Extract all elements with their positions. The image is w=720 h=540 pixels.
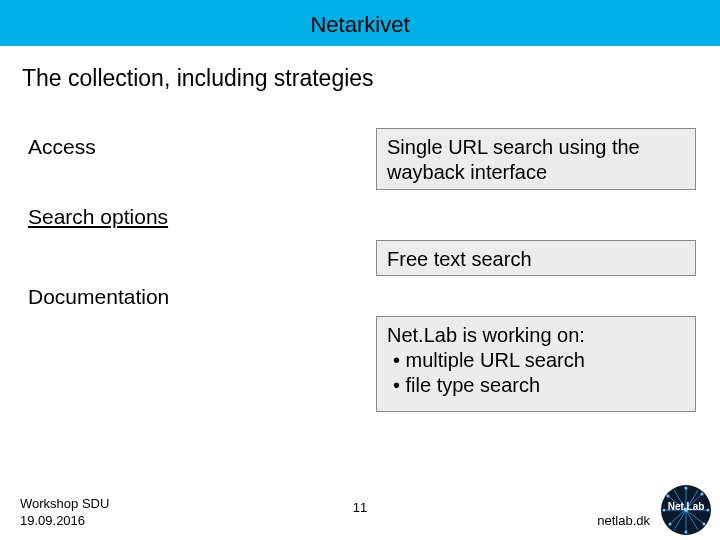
callout-single-url: Single URL search using the wayback inte… <box>376 128 696 190</box>
slide: Netarkivet The collection, including str… <box>0 0 720 540</box>
callout-netlab-working: Net.Lab is working on: • multiple URL se… <box>376 316 696 412</box>
svg-point-8 <box>703 523 706 526</box>
bullet-multiple-url: • multiple URL search <box>387 348 687 373</box>
logo-label: Net.Lab <box>660 501 712 512</box>
page-number: 11 <box>353 500 367 515</box>
callout-intro: Net.Lab is working on: <box>387 323 687 348</box>
footer-line1: Workshop SDU <box>20 496 109 513</box>
svg-point-7 <box>667 495 670 498</box>
title-bar: Netarkivet <box>0 0 720 46</box>
topic-search-options: Search options <box>28 205 168 229</box>
slide-heading: The collection, including strategies <box>22 65 374 92</box>
slide-title: Netarkivet <box>0 12 720 38</box>
topic-documentation: Documentation <box>28 285 169 309</box>
topic-access: Access <box>28 135 96 159</box>
footer: Workshop SDU 19.09.2016 11 netlab.dk <box>0 482 720 540</box>
bullet-file-type: • file type search <box>387 373 687 398</box>
netlab-logo: Net.Lab <box>660 484 712 536</box>
footer-workshop: Workshop SDU 19.09.2016 <box>20 496 109 530</box>
footer-url: netlab.dk <box>597 513 650 528</box>
callout-free-text: Free text search <box>376 240 696 276</box>
footer-line2: 19.09.2016 <box>20 513 109 530</box>
svg-point-12 <box>685 531 688 534</box>
svg-point-9 <box>669 523 672 526</box>
svg-point-11 <box>685 487 688 490</box>
svg-point-10 <box>701 493 704 496</box>
